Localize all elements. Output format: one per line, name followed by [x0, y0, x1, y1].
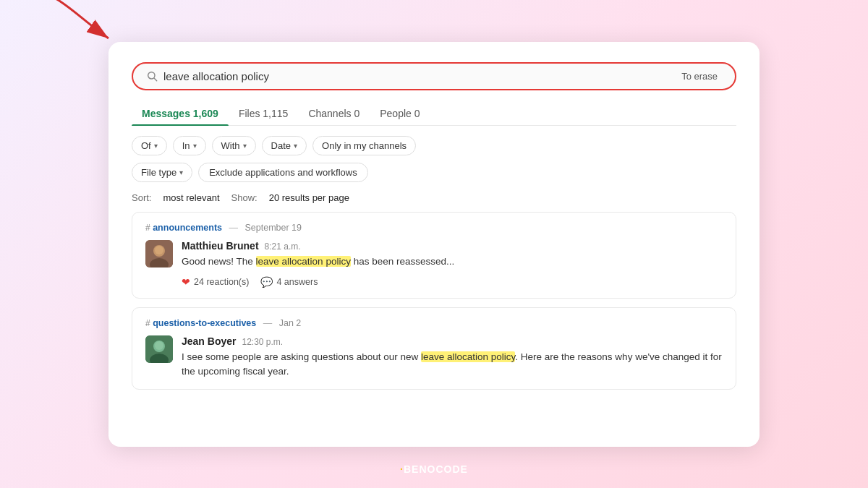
filter-date[interactable]: Date ▾ [262, 136, 307, 155]
filter-in[interactable]: In ▾ [173, 136, 206, 155]
message-content-1: Matthieu Brunet 8:21 a.m. Good news! The… [182, 240, 723, 288]
chat-icon: 💬 [260, 276, 273, 288]
red-arrow-icon [14, 0, 130, 64]
filter-file-type[interactable]: File type ▾ [132, 163, 192, 182]
chevron-down-icon: ▾ [294, 142, 297, 150]
show-value[interactable]: 20 results per page [269, 192, 349, 203]
message-text-1: Good news! The leave allocation policy h… [182, 254, 723, 269]
filter-exclude-apps[interactable]: Exclude applications and workflows [198, 163, 368, 182]
message-footer-1: ❤ 24 reaction(s) 💬 4 answers [182, 276, 723, 288]
chevron-down-icon: ▾ [243, 142, 247, 150]
highlight-1: leave allocation policy [256, 256, 351, 267]
author-name-1: Matthieu Brunet [182, 240, 259, 252]
svg-point-10 [155, 341, 163, 350]
tab-people[interactable]: People 0 [370, 102, 430, 125]
message-date-1: September 19 [245, 223, 302, 233]
channel-header-2: # questions-to-executives — Jan 2 [145, 318, 723, 328]
heart-icon: ❤ [182, 276, 190, 288]
sort-value[interactable]: most relevant [163, 192, 219, 203]
filter-of[interactable]: Of ▾ [132, 136, 167, 155]
filter-row-1: Of ▾ In ▾ With ▾ Date ▾ Only in my chann… [132, 136, 736, 155]
chevron-down-icon: ▾ [154, 142, 158, 150]
channel-header-1: # announcements — September 19 [145, 223, 723, 233]
avatar-matthieu [145, 240, 173, 267]
chevron-down-icon: ▾ [179, 168, 183, 176]
search-bar[interactable]: To erase [132, 62, 736, 90]
sort-row: Sort: most relevant Show: 20 results per… [132, 192, 736, 203]
search-tabs: Messages 1,609 Files 1,115 Channels 0 Pe… [132, 102, 736, 126]
avatar-jean [145, 335, 173, 363]
message-text-2: I see some people are asking questions a… [182, 350, 723, 380]
answers-btn-1[interactable]: 💬 4 answers [260, 276, 318, 288]
message-date-2: Jan 2 [279, 318, 302, 328]
highlight-2: leave allocation policy [421, 351, 515, 362]
filter-with[interactable]: With ▾ [212, 136, 256, 155]
brand-name: BENOCODE [404, 463, 468, 475]
message-card-1: # announcements — September 19 [132, 212, 736, 299]
filter-row-2: File type ▾ Exclude applications and wor… [132, 163, 736, 182]
filter-only-in-my-channels[interactable]: Only in my channels [312, 136, 416, 155]
sort-label: Sort: [132, 192, 151, 203]
search-input[interactable] [163, 70, 671, 82]
tab-channels[interactable]: Channels 0 [298, 102, 370, 125]
channel-name-2[interactable]: questions-to-executives [153, 318, 256, 328]
message-content-2: Jean Boyer 12:30 p.m. I see some people … [182, 335, 723, 380]
timestamp-2: 12:30 p.m. [242, 337, 283, 347]
show-label: Show: [231, 192, 258, 203]
search-icon [146, 70, 158, 82]
author-name-2: Jean Boyer [182, 335, 236, 347]
tab-files[interactable]: Files 1,115 [229, 102, 299, 125]
footer-brand: ·BENOCODE [400, 463, 468, 475]
message-card-2: # questions-to-executives — Jan 2 [132, 307, 736, 390]
chevron-down-icon: ▾ [193, 142, 197, 150]
main-card: To erase Messages 1,609 Files 1,115 Chan… [109, 42, 760, 447]
reactions-btn-1[interactable]: ❤ 24 reaction(s) [182, 276, 249, 288]
channel-name-1[interactable]: announcements [153, 223, 222, 233]
tab-messages[interactable]: Messages 1,609 [132, 102, 229, 125]
svg-point-6 [155, 246, 163, 254]
to-erase-button[interactable]: To erase [677, 69, 722, 83]
timestamp-1: 8:21 a.m. [265, 241, 301, 252]
svg-line-2 [154, 78, 157, 81]
